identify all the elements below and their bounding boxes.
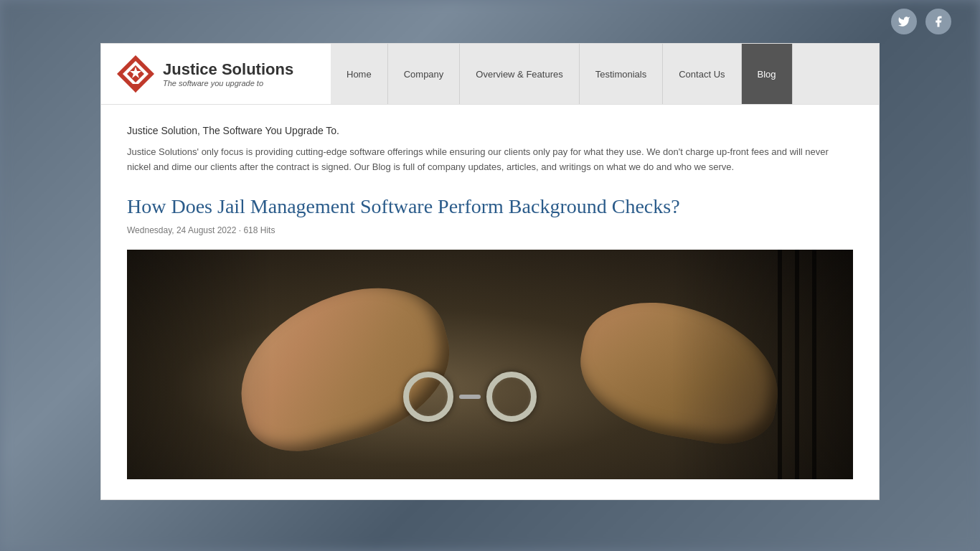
main-container: Justice Solutions The software you upgra… — [100, 43, 880, 500]
logo-text: Justice Solutions The software you upgra… — [163, 60, 293, 88]
site-header: Justice Solutions The software you upgra… — [101, 44, 879, 105]
logo-icon — [116, 54, 156, 94]
nav-contact[interactable]: Contact Us — [663, 44, 741, 104]
intro-title: Justice Solution, The Software You Upgra… — [127, 125, 853, 136]
article-meta: Wednesday, 24 August 2022 · 618 Hits — [127, 225, 853, 235]
content-area: Justice Solution, The Software You Upgra… — [101, 105, 879, 499]
site-subtitle: The software you upgrade to — [163, 79, 293, 88]
article-image — [127, 250, 853, 479]
intro-body: Justice Solutions' only focus is providi… — [127, 145, 853, 175]
article-title: How Does Jail Management Software Perfor… — [127, 195, 853, 218]
handcuffs-scene — [127, 250, 853, 479]
nav-blog[interactable]: Blog — [742, 44, 793, 104]
nav-home[interactable]: Home — [331, 44, 388, 104]
logo-area: Justice Solutions The software you upgra… — [101, 44, 331, 104]
article-separator: · — [239, 225, 241, 235]
nav-overview[interactable]: Overview & Features — [460, 44, 579, 104]
article-hits: 618 Hits — [243, 225, 275, 235]
twitter-icon[interactable] — [891, 9, 917, 34]
main-nav: Home Company Overview & Features Testimo… — [331, 44, 879, 104]
social-bar — [0, 0, 980, 43]
site-title: Justice Solutions — [163, 60, 293, 79]
nav-testimonials[interactable]: Testimonials — [580, 44, 664, 104]
article-date: Wednesday, 24 August 2022 — [127, 225, 236, 235]
nav-company[interactable]: Company — [388, 44, 461, 104]
scene-overlay — [127, 250, 853, 479]
facebook-icon[interactable] — [925, 9, 951, 34]
